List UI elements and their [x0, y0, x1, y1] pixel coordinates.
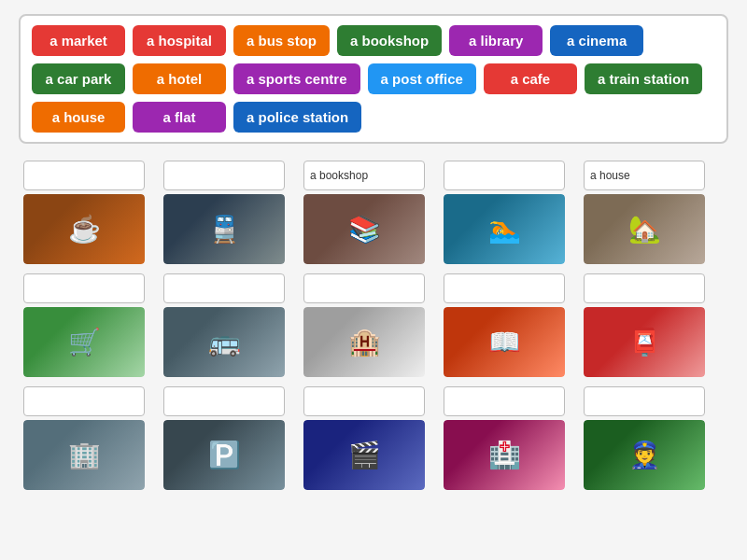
- word-chip-bus[interactable]: a bus stop: [233, 25, 330, 56]
- answer-box-police[interactable]: [584, 386, 705, 416]
- answer-box-train[interactable]: [163, 161, 285, 190]
- photo-cinema: 🎬: [303, 420, 425, 490]
- match-cell-hospital: 🏥: [439, 386, 570, 490]
- match-cell-house: a house🏡: [579, 161, 710, 264]
- photo-cafe: ☕: [23, 194, 145, 264]
- photo-library: 📖: [444, 307, 565, 377]
- answer-box-flat[interactable]: [23, 386, 145, 416]
- photo-hospital: 🏥: [444, 420, 565, 490]
- match-cell-train: 🚆: [159, 161, 289, 264]
- match-cell-cafe: ☕: [19, 161, 149, 264]
- word-chip-cinema[interactable]: a cinema: [550, 25, 643, 56]
- photo-postoffice: 📮: [584, 307, 705, 377]
- photo-bus: 🚌: [163, 307, 285, 377]
- word-chip-hospital[interactable]: a hospital: [133, 25, 226, 56]
- match-cell-sports: 🏊: [439, 161, 570, 264]
- answer-box-sports[interactable]: [444, 161, 565, 190]
- answer-box-hospital[interactable]: [444, 386, 565, 416]
- photo-sports: 🏊: [444, 194, 565, 264]
- match-cell-bookshop: a bookshop📚: [299, 161, 430, 264]
- word-chip-train[interactable]: a train station: [585, 63, 702, 94]
- match-cell-library: 📖: [439, 273, 570, 377]
- answer-box-library[interactable]: [444, 273, 565, 303]
- word-chip-cafe[interactable]: a cafe: [484, 63, 577, 94]
- answer-box-cinema[interactable]: [303, 386, 425, 416]
- match-cell-market: 🛒: [19, 273, 149, 377]
- word-chip-postoffice[interactable]: a post office: [368, 63, 476, 94]
- photo-police: 👮: [584, 420, 705, 490]
- photo-house: 🏡: [584, 194, 705, 264]
- answer-box-postoffice[interactable]: [584, 273, 705, 303]
- match-cell-bus: 🚌: [159, 273, 289, 377]
- word-chip-house[interactable]: a house: [32, 102, 125, 133]
- answer-box-house[interactable]: a house: [584, 161, 705, 190]
- match-cell-carpark: 🅿️: [159, 386, 289, 490]
- match-cell-postoffice: 📮: [579, 273, 710, 377]
- word-chip-police[interactable]: a police station: [233, 102, 361, 133]
- word-bank: a marketa hospitala bus stopa bookshopa …: [19, 14, 728, 144]
- word-chip-flat[interactable]: a flat: [133, 102, 226, 133]
- match-cell-flat: 🏢: [19, 386, 149, 490]
- photo-market: 🛒: [23, 307, 145, 377]
- word-chip-market[interactable]: a market: [32, 25, 125, 56]
- photo-train: 🚆: [163, 194, 285, 264]
- answer-box-cafe[interactable]: [23, 161, 145, 190]
- photo-hotel: 🏨: [303, 307, 425, 377]
- answer-box-hotel[interactable]: [303, 273, 425, 303]
- word-chip-hotel[interactable]: a hotel: [133, 63, 226, 94]
- word-chip-sports[interactable]: a sports centre: [233, 63, 360, 94]
- answer-box-carpark[interactable]: [163, 386, 285, 416]
- answer-box-bookshop[interactable]: a bookshop: [303, 161, 425, 190]
- word-chip-bookshop[interactable]: a bookshop: [337, 25, 442, 56]
- match-grid: ☕🚆a bookshop📚🏊a house🏡🛒🚌🏨📖📮🏢🅿️🎬🏥👮: [19, 161, 728, 490]
- word-chip-carpark[interactable]: a car park: [32, 63, 125, 94]
- word-chip-library[interactable]: a library: [449, 25, 543, 56]
- answer-box-market[interactable]: [23, 273, 145, 303]
- match-cell-police: 👮: [579, 386, 710, 490]
- photo-bookshop: 📚: [303, 194, 425, 264]
- photo-carpark: 🅿️: [163, 420, 285, 490]
- match-cell-cinema: 🎬: [299, 386, 430, 490]
- match-cell-hotel: 🏨: [299, 273, 430, 377]
- answer-box-bus[interactable]: [163, 273, 285, 303]
- photo-flat: 🏢: [23, 420, 145, 490]
